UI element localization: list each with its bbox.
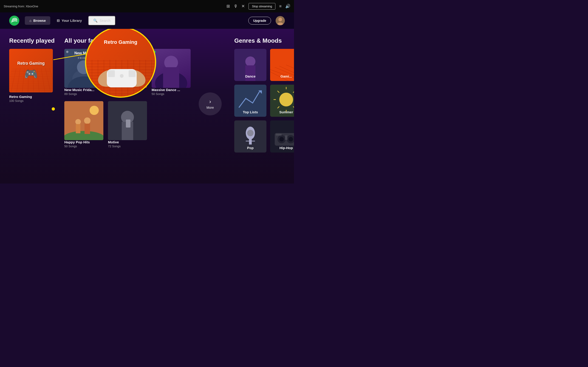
- svg-rect-12: [163, 67, 179, 88]
- svg-rect-56: [285, 135, 287, 140]
- motive-title: Motive: [108, 140, 147, 144]
- retro-gaming-image: Retro Gaming 🎮: [9, 49, 53, 92]
- mic-icon[interactable]: 🎙: [233, 4, 238, 9]
- retro-gaming-label: Retro Gaming: [17, 61, 44, 66]
- happy-pop-subtitle: 50 Songs: [64, 144, 103, 148]
- library-label: Your Library: [61, 19, 82, 23]
- upgrade-label: Upgrade: [253, 19, 266, 23]
- library-icon: ⊟: [57, 19, 60, 23]
- nav-bar: ⌂ Browse ⊟ Your Library 🔍 Search Upgrade: [0, 12, 294, 29]
- svg-rect-47: [249, 139, 252, 144]
- playlist-item-motive[interactable]: Motive Motive 72 Songs: [108, 101, 147, 148]
- svg-point-16: [75, 119, 81, 125]
- stop-streaming-label: Stop streaming: [252, 5, 272, 8]
- library-nav-button[interactable]: ⊟ Your Library: [52, 16, 86, 25]
- retro-gaming-title: Retro Gaming: [9, 95, 55, 99]
- svg-rect-61: [108, 70, 115, 77]
- more-label: More: [207, 106, 214, 109]
- retro-gaming-card[interactable]: Retro Gaming 🎮 Retro Gaming 100 Songs: [9, 49, 55, 102]
- genre-card-pop[interactable]: Pop: [234, 120, 267, 152]
- close-icon[interactable]: ✕: [242, 4, 245, 9]
- hiphop-label: Hip-Hop: [270, 146, 294, 150]
- motive-subtitle: 72 Songs: [108, 144, 147, 148]
- genres-grid: Dance Gami...: [234, 49, 294, 152]
- massive-dance-subtitle: 50 Songs: [152, 92, 191, 96]
- zoom-circle-overlay: Retro Gaming: [85, 29, 156, 98]
- retro-gaming-subtitle: 100 Songs: [9, 99, 55, 102]
- streaming-icons: ⊞ 🎙 ✕ Stop streaming ≡ 🔊: [226, 3, 290, 10]
- genres-moods-section: Genres & Moods Dance: [234, 37, 294, 152]
- genre-card-gaming[interactable]: Gami...: [270, 49, 294, 81]
- svg-point-18: [84, 117, 90, 124]
- recently-played-heading: Recently played: [9, 37, 55, 44]
- spotify-logo[interactable]: [9, 16, 19, 26]
- browse-label: Browse: [33, 19, 46, 23]
- motive-thumb: Motive: [108, 101, 147, 140]
- home-icon: ⌂: [29, 19, 32, 23]
- stop-streaming-button[interactable]: Stop streaming: [249, 3, 275, 10]
- svg-point-63: [120, 74, 124, 78]
- svg-point-49: [247, 130, 254, 136]
- streaming-title: Streaming from: XboxOne: [4, 5, 224, 8]
- svg-rect-62: [129, 70, 136, 77]
- svg-point-55: [288, 137, 293, 142]
- search-label: Search: [99, 19, 111, 23]
- upgrade-button[interactable]: Upgrade: [248, 17, 271, 25]
- svg-point-53: [279, 137, 284, 142]
- search-nav-button[interactable]: 🔍 Search: [88, 16, 115, 25]
- pop-label: Pop: [234, 146, 267, 150]
- playlist-item-massive-dance[interactable]: Massive Dance ... 50 Songs: [152, 49, 191, 96]
- svg-rect-57: [276, 134, 282, 135]
- recently-played-section: Recently played Retro Gaming 🎮 Retro Gam…: [9, 37, 55, 102]
- streaming-bar: Streaming from: XboxOne ⊞ 🎙 ✕ Stop strea…: [0, 0, 294, 12]
- menu-icon[interactable]: ≡: [279, 4, 282, 9]
- svg-rect-26: [245, 65, 255, 81]
- svg-point-2: [278, 18, 282, 21]
- search-icon: 🔍: [93, 19, 98, 23]
- summer-label: Summer: [270, 110, 294, 114]
- playlist-item-happy-pop[interactable]: Happy Pop Hits: [64, 101, 103, 148]
- massive-dance-title: Massive Dance ...: [152, 88, 191, 92]
- zoom-dot: [52, 107, 55, 110]
- svg-rect-23: [126, 119, 130, 127]
- gaming-label: Gami...: [270, 74, 294, 78]
- xbox-icon[interactable]: ⊞: [226, 4, 230, 9]
- audio-icon[interactable]: 🔊: [285, 4, 290, 9]
- svg-rect-19: [85, 124, 90, 134]
- happy-pop-title: Happy Pop Hits: [64, 140, 103, 144]
- genres-moods-heading: Genres & Moods: [234, 37, 294, 44]
- genre-card-hiphop[interactable]: Hip-Hop: [270, 120, 294, 152]
- genre-card-toplists[interactable]: Top Lists: [234, 85, 267, 117]
- browse-nav-button[interactable]: ⌂ Browse: [25, 16, 50, 25]
- avatar[interactable]: [276, 16, 285, 25]
- genre-card-summer[interactable]: Summer: [270, 85, 294, 117]
- genre-card-dance[interactable]: Dance: [234, 49, 267, 81]
- happy-pop-thumb: Happy Pop Hits: [64, 101, 103, 140]
- main-content: Recently played Retro Gaming 🎮 Retro Gam…: [0, 29, 294, 184]
- toplists-label: Top Lists: [234, 110, 267, 114]
- more-button[interactable]: › More: [199, 92, 222, 115]
- svg-point-14: [90, 106, 99, 115]
- svg-point-25: [245, 56, 255, 67]
- massive-dance-thumb: [152, 49, 191, 88]
- svg-point-36: [279, 93, 293, 106]
- controller-icon: 🎮: [24, 68, 38, 81]
- dance-label: Dance: [234, 74, 267, 78]
- svg-rect-17: [76, 124, 80, 133]
- chevron-right-icon: ›: [209, 98, 211, 105]
